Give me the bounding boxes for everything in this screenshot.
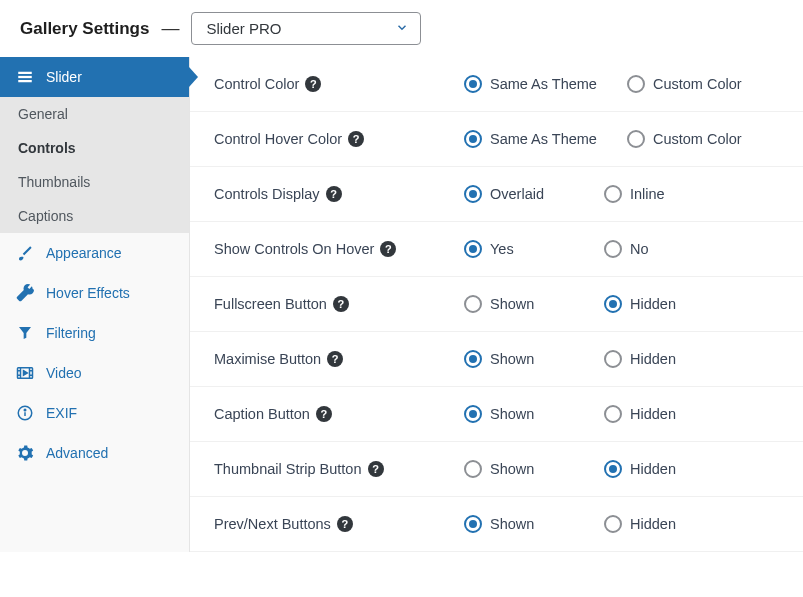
radio-option[interactable]: Shown [464,405,574,423]
radio-option[interactable]: Same As Theme [464,130,597,148]
radio-option[interactable]: Yes [464,240,574,258]
radio-option[interactable]: Shown [464,350,574,368]
setting-options: ShownHidden [464,405,714,423]
radio-input[interactable] [604,405,622,423]
sidebar-item-exif[interactable]: EXIF [0,393,189,433]
radio-label: Hidden [630,351,676,367]
content: Control Color?Same As ThemeCustom ColorC… [190,57,803,552]
radio-option[interactable]: Hidden [604,460,714,478]
sidebar-item-label: Advanced [46,445,108,461]
radio-option[interactable]: Hidden [604,295,714,313]
radio-label: Shown [490,296,534,312]
setting-label: Fullscreen Button? [214,296,464,312]
radio-input[interactable] [627,75,645,93]
help-icon[interactable]: ? [327,351,343,367]
setting-row: Control Color?Same As ThemeCustom Color [190,57,803,112]
setting-row: Maximise Button?ShownHidden [190,332,803,387]
setting-label-text: Thumbnail Strip Button [214,461,362,477]
radio-option[interactable]: Same As Theme [464,75,597,93]
setting-label: Control Hover Color? [214,131,464,147]
radio-input[interactable] [464,130,482,148]
radio-label: Yes [490,241,514,257]
radio-input[interactable] [604,240,622,258]
sub-item-controls[interactable]: Controls [0,131,189,165]
radio-label: Same As Theme [490,131,597,147]
radio-option[interactable]: Shown [464,295,574,313]
radio-input[interactable] [464,295,482,313]
sub-item-captions[interactable]: Captions [0,199,189,233]
sub-item-thumbnails[interactable]: Thumbnails [0,165,189,199]
setting-label-text: Fullscreen Button [214,296,327,312]
setting-options: OverlaidInline [464,185,714,203]
help-icon[interactable]: ? [305,76,321,92]
help-icon[interactable]: ? [333,296,349,312]
radio-option[interactable]: No [604,240,714,258]
radio-label: Inline [630,186,665,202]
radio-input[interactable] [464,350,482,368]
setting-options: Same As ThemeCustom Color [464,130,742,148]
radio-option[interactable]: Hidden [604,515,714,533]
sidebar-item-label: Appearance [46,245,122,261]
setting-row: Show Controls On Hover?YesNo [190,222,803,277]
sidebar-item-slider[interactable]: Slider [0,57,189,97]
setting-label-text: Control Hover Color [214,131,342,147]
radio-input[interactable] [464,75,482,93]
sidebar-item-label: Slider [46,69,82,85]
radio-option[interactable]: Inline [604,185,714,203]
radio-input[interactable] [464,460,482,478]
sidebar-item-label: Hover Effects [46,285,130,301]
sidebar-item-video[interactable]: Video [0,353,189,393]
setting-label: Caption Button? [214,406,464,422]
radio-input[interactable] [604,185,622,203]
radio-option[interactable]: Hidden [604,350,714,368]
brush-icon [16,244,34,262]
radio-input[interactable] [604,515,622,533]
radio-option[interactable]: Shown [464,515,574,533]
template-select[interactable]: Slider PRO [191,12,421,45]
radio-input[interactable] [604,460,622,478]
radio-option[interactable]: Custom Color [627,130,742,148]
radio-label: Shown [490,406,534,422]
sidebar-item-appearance[interactable]: Appearance [0,233,189,273]
radio-input[interactable] [627,130,645,148]
radio-option[interactable]: Custom Color [627,75,742,93]
radio-label: Hidden [630,296,676,312]
setting-options: ShownHidden [464,515,714,533]
header: Gallery Settings — Slider PRO [0,0,803,57]
radio-input[interactable] [464,185,482,203]
setting-label-text: Caption Button [214,406,310,422]
radio-label: Shown [490,461,534,477]
radio-option[interactable]: Shown [464,460,574,478]
radio-input[interactable] [464,515,482,533]
radio-label: Hidden [630,406,676,422]
radio-input[interactable] [464,240,482,258]
radio-label: No [630,241,649,257]
radio-option[interactable]: Hidden [604,405,714,423]
page-title: Gallery Settings [20,19,149,39]
radio-label: Same As Theme [490,76,597,92]
radio-input[interactable] [464,405,482,423]
sidebar-item-label: Filtering [46,325,96,341]
help-icon[interactable]: ? [348,131,364,147]
sidebar-item-advanced[interactable]: Advanced [0,433,189,473]
wrench-icon [16,284,34,302]
help-icon[interactable]: ? [368,461,384,477]
radio-label: Shown [490,516,534,532]
sidebar-item-hover-effects[interactable]: Hover Effects [0,273,189,313]
radio-input[interactable] [604,295,622,313]
sub-item-general[interactable]: General [0,97,189,131]
svg-point-7 [24,409,26,411]
radio-input[interactable] [604,350,622,368]
gear-icon [16,444,34,462]
help-icon[interactable]: ? [326,186,342,202]
setting-label-text: Maximise Button [214,351,321,367]
help-icon[interactable]: ? [380,241,396,257]
radio-option[interactable]: Overlaid [464,185,574,203]
setting-row: Thumbnail Strip Button?ShownHidden [190,442,803,497]
sidebar: Slider General Controls Thumbnails Capti… [0,57,190,552]
video-icon [16,364,34,382]
help-icon[interactable]: ? [337,516,353,532]
setting-label: Prev/Next Buttons? [214,516,464,532]
sidebar-item-filtering[interactable]: Filtering [0,313,189,353]
help-icon[interactable]: ? [316,406,332,422]
